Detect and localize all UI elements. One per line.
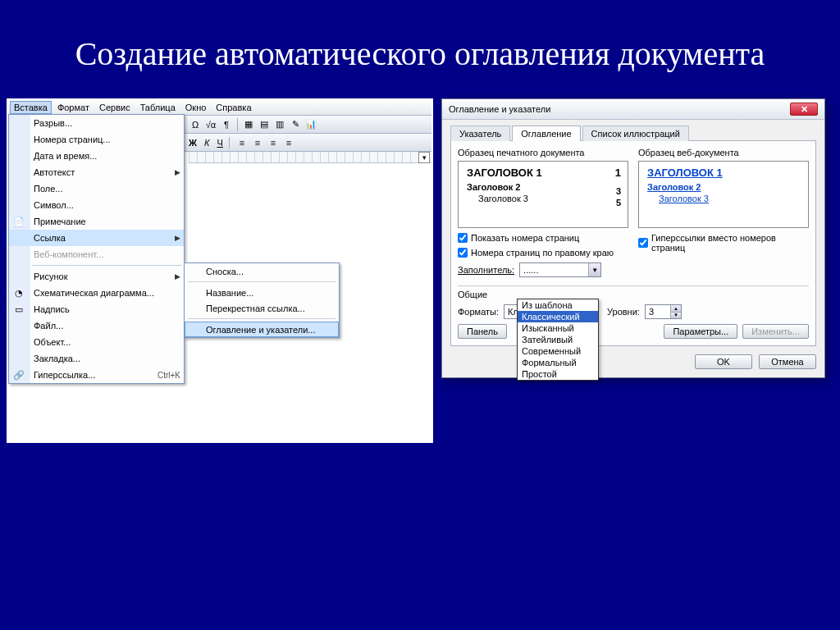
menu-item[interactable]: Объект... bbox=[9, 334, 184, 350]
menu-item[interactable]: Ссылка▶ bbox=[9, 230, 184, 246]
tab-illustrations[interactable]: Список иллюстраций bbox=[582, 126, 689, 141]
menu-icon bbox=[12, 352, 25, 365]
menu-window[interactable]: Окно bbox=[181, 101, 211, 114]
chk-hyperlinks[interactable] bbox=[638, 238, 648, 248]
align-center-icon[interactable]: ≡ bbox=[251, 136, 264, 149]
chart-icon[interactable]: 📊 bbox=[304, 118, 317, 131]
menu-label: Примечание bbox=[34, 217, 86, 226]
menu-format[interactable]: Формат bbox=[53, 101, 94, 114]
web-preview-label: Образец веб-документа bbox=[638, 148, 809, 158]
menu-icon bbox=[12, 133, 25, 146]
drawing-icon[interactable]: ✎ bbox=[289, 118, 302, 131]
menu-service[interactable]: Сервис bbox=[95, 101, 135, 114]
separator bbox=[237, 118, 238, 131]
menu-item[interactable]: Автотекст▶ bbox=[9, 164, 184, 180]
format-option[interactable]: Простой bbox=[518, 368, 598, 380]
levels-label: Уровни: bbox=[607, 307, 640, 317]
menu-table[interactable]: Таблица bbox=[136, 101, 180, 114]
modify-button[interactable]: Изменить... bbox=[742, 324, 809, 339]
ok-button[interactable]: OK bbox=[695, 354, 752, 369]
format-option[interactable]: Затейливый bbox=[518, 334, 598, 345]
menu-label: Разрыв... bbox=[34, 118, 72, 128]
underline-button[interactable]: Ч bbox=[217, 138, 223, 148]
sqrt-icon[interactable]: √α bbox=[204, 118, 217, 131]
menu-item[interactable]: Веб-компонент... bbox=[9, 246, 184, 262]
sample-h2: Заголовок 2 bbox=[467, 182, 520, 192]
table-icon[interactable]: ▦ bbox=[242, 118, 255, 131]
menu-icon: 📄 bbox=[12, 215, 25, 228]
menu-icon bbox=[12, 270, 25, 283]
web-h1: ЗАГОЛОВОК 1 bbox=[647, 167, 723, 179]
sample-h3: Заголовок 3 bbox=[478, 194, 528, 203]
spin-down-icon[interactable]: ▼ bbox=[670, 313, 681, 319]
worksheet-icon[interactable]: ▤ bbox=[258, 118, 271, 131]
menu-item[interactable]: Номера страниц... bbox=[9, 131, 184, 148]
menu-item[interactable]: Рисунок▶ bbox=[9, 268, 184, 285]
menu-item[interactable]: 🔗Гиперссылка...Ctrl+K bbox=[9, 367, 184, 383]
menu-item[interactable]: ◔Схематическая диаграмма... bbox=[9, 285, 184, 301]
spin-up-icon[interactable]: ▲ bbox=[670, 305, 681, 313]
format-option[interactable]: Из шаблона bbox=[518, 299, 598, 311]
menu-insert[interactable]: Вставка bbox=[10, 101, 52, 114]
reference-submenu: Сноска...Название...Перекрестная ссылка.… bbox=[184, 262, 340, 338]
filler-label: Заполнитель: bbox=[458, 265, 514, 275]
panel-button[interactable]: Панель bbox=[458, 324, 507, 339]
filler-combo[interactable]: ......▼ bbox=[519, 262, 601, 277]
tab-index[interactable]: Указатель bbox=[450, 126, 510, 141]
chk-right-align-label: Номера страниц по правому краю bbox=[471, 248, 614, 258]
menu-label: Объект... bbox=[34, 337, 71, 347]
italic-button[interactable]: К bbox=[204, 138, 209, 148]
menu-label: Надпись bbox=[34, 304, 70, 314]
menu-item[interactable]: Дата и время... bbox=[9, 148, 184, 164]
chk-right-align[interactable] bbox=[458, 248, 468, 258]
separator bbox=[458, 285, 809, 286]
filler-value: ...... bbox=[523, 265, 538, 275]
paragraph-icon[interactable]: ¶ bbox=[220, 118, 233, 131]
columns-icon[interactable]: ▥ bbox=[273, 118, 286, 131]
justify-icon[interactable]: ≡ bbox=[282, 136, 295, 149]
format-option[interactable]: Формальный bbox=[518, 357, 598, 368]
menu-label: Закладка... bbox=[34, 354, 80, 363]
align-right-icon[interactable]: ≡ bbox=[267, 136, 280, 149]
menu-item[interactable]: 📄Примечание bbox=[9, 213, 184, 230]
ruler-button[interactable]: ▾ bbox=[418, 152, 430, 163]
format-option[interactable]: Современный bbox=[518, 345, 598, 357]
omega-icon[interactable]: Ω bbox=[189, 118, 202, 131]
levels-spinner[interactable]: 3▲▼ bbox=[645, 304, 682, 319]
formats-dropdown-list: Из шаблонаКлассическийИзысканныйЗатейлив… bbox=[517, 299, 599, 381]
page-2: 3 bbox=[616, 186, 621, 196]
menu-icon bbox=[12, 116, 25, 130]
formats-label: Форматы: bbox=[458, 307, 499, 317]
print-preview: ЗАГОЛОВОК 11 Заголовок 23 Заголовок 35 bbox=[458, 161, 628, 228]
chk-show-pages[interactable] bbox=[458, 233, 468, 243]
menu-label: Веб-компонент... bbox=[34, 249, 103, 259]
format-option[interactable]: Изысканный bbox=[518, 322, 598, 334]
menu-icon bbox=[12, 231, 25, 244]
web-preview: ЗАГОЛОВОК 1 Заголовок 2 Заголовок 3 bbox=[638, 161, 809, 228]
menu-item[interactable]: Разрыв... bbox=[9, 115, 184, 131]
menu-icon: ◔ bbox=[12, 286, 25, 299]
cancel-button[interactable]: Отмена bbox=[759, 354, 816, 369]
menu-icon bbox=[12, 319, 25, 332]
close-button[interactable]: ✕ bbox=[790, 103, 818, 116]
submenu-item[interactable]: Оглавление и указатели... bbox=[185, 322, 339, 337]
chk-show-pages-label: Показать номера страниц bbox=[471, 233, 579, 243]
menu-item[interactable]: Файл... bbox=[9, 317, 184, 334]
tab-toc[interactable]: Оглавление bbox=[512, 126, 580, 141]
menu-item[interactable]: ▭Надпись bbox=[9, 301, 184, 317]
menu-item[interactable]: Закладка... bbox=[9, 350, 184, 367]
submenu-item[interactable]: Сноска... bbox=[185, 263, 339, 279]
params-button[interactable]: Параметры... bbox=[664, 324, 737, 339]
menu-help[interactable]: Справка bbox=[212, 101, 255, 114]
page-3: 5 bbox=[616, 198, 621, 208]
submenu-item[interactable]: Название... bbox=[185, 285, 339, 300]
sample-h1: ЗАГОЛОВОК 1 bbox=[467, 167, 542, 179]
format-option[interactable]: Классический bbox=[518, 311, 598, 322]
align-left-icon[interactable]: ≡ bbox=[235, 136, 249, 149]
general-label: Общие bbox=[458, 290, 809, 299]
menu-item[interactable]: Поле... bbox=[9, 180, 184, 197]
bold-button[interactable]: Ж bbox=[189, 138, 197, 148]
menu-item[interactable]: Символ... bbox=[9, 197, 184, 213]
menu-label: Ссылка bbox=[34, 233, 66, 243]
submenu-item[interactable]: Перекрестная ссылка... bbox=[185, 300, 339, 316]
